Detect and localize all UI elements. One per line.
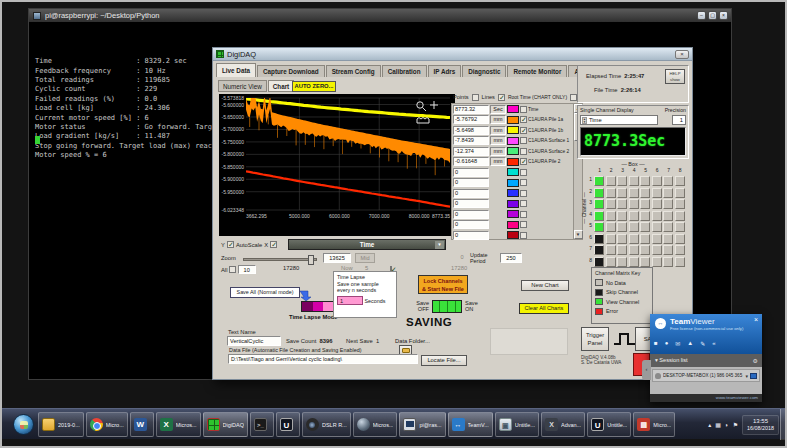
teamviewer-tool-icon[interactable]: ■ — [654, 340, 658, 347]
channel-visible-checkbox[interactable] — [520, 190, 527, 197]
box-cell[interactable] — [606, 257, 616, 267]
channel-color-swatch[interactable] — [507, 200, 519, 208]
show-desktop-button[interactable] — [780, 409, 785, 440]
autoscale-x-checkbox[interactable] — [270, 241, 277, 248]
close-icon[interactable]: × — [754, 316, 758, 323]
box-cell[interactable] — [652, 188, 662, 198]
tab[interactable]: Calibration — [382, 65, 427, 77]
minimize-icon[interactable]: – — [697, 11, 706, 20]
box-cell[interactable] — [640, 199, 650, 209]
box-cell[interactable] — [606, 188, 616, 198]
box-cell[interactable] — [675, 211, 685, 221]
box-cell[interactable] — [663, 188, 673, 198]
precision-input[interactable]: 1 — [672, 115, 686, 125]
taskbar-button[interactable]: ↔ TeamV... — [448, 412, 493, 437]
taskbar-button[interactable]: U — [276, 412, 300, 437]
channel-visible-checkbox[interactable] — [520, 179, 527, 186]
box-cell[interactable] — [629, 199, 639, 209]
taskbar-button[interactable]: X Advan... — [541, 412, 585, 437]
taskbar-button[interactable]: Micro... — [86, 412, 128, 437]
channel-visible-checkbox[interactable] — [520, 116, 527, 123]
taskbar-button[interactable]: DSLR R... — [302, 412, 351, 437]
taskbar-button[interactable]: Micros... — [353, 412, 398, 437]
tab[interactable]: Live Data — [216, 63, 256, 77]
locate-file-button[interactable]: Locate File... — [421, 355, 467, 366]
box-cell[interactable] — [594, 222, 604, 232]
box-cell[interactable] — [675, 245, 685, 255]
box-cell[interactable] — [652, 222, 662, 232]
box-cell[interactable] — [640, 222, 650, 232]
box-cell[interactable] — [629, 188, 639, 198]
channel-visible-checkbox[interactable] — [520, 137, 527, 144]
box-cell[interactable] — [640, 245, 650, 255]
taskbar-clock[interactable]: 13:55 16/08/2018 — [742, 415, 779, 435]
channel-visible-checkbox[interactable] — [520, 221, 527, 228]
zoom-slider-thumb[interactable] — [308, 255, 314, 265]
zoom-slider[interactable] — [243, 258, 317, 261]
channel-visible-checkbox[interactable] — [520, 169, 527, 176]
box-cell[interactable] — [629, 176, 639, 186]
update-period-input[interactable]: 250 — [500, 253, 522, 263]
teamviewer-tool-icon[interactable]: ✎ — [700, 340, 705, 347]
box-cell[interactable] — [606, 211, 616, 221]
box-cell[interactable] — [663, 211, 673, 221]
live-chart[interactable]: -5.573818-5.600000-5.650000-5.700000-5.7… — [219, 94, 455, 236]
channel-visible-checkbox[interactable] — [520, 211, 527, 218]
chart-canvas[interactable]: -5.573818-5.600000-5.650000-5.700000-5.7… — [219, 94, 455, 236]
box-cell[interactable] — [629, 245, 639, 255]
volume-icon[interactable]: ◗ — [725, 422, 729, 428]
channel-color-swatch[interactable] — [507, 137, 519, 145]
taskbar-button[interactable]: >_ — [250, 412, 274, 437]
box-cell[interactable] — [617, 188, 627, 198]
box-cell[interactable] — [652, 245, 662, 255]
box-cell[interactable] — [675, 222, 685, 232]
help-button[interactable]: HELP show — [665, 69, 685, 84]
box-cell[interactable] — [640, 257, 650, 267]
box-cell[interactable] — [617, 222, 627, 232]
box-cell[interactable] — [675, 199, 685, 209]
box-cell[interactable] — [594, 176, 604, 186]
gear-icon[interactable]: ⚙ — [753, 355, 758, 367]
points-checkbox[interactable] — [472, 94, 479, 101]
box-cell[interactable] — [640, 211, 650, 221]
box-cell[interactable] — [652, 176, 662, 186]
start-button[interactable] — [13, 414, 34, 435]
box-cell[interactable] — [606, 176, 616, 186]
maximize-icon[interactable]: ▢ — [708, 11, 717, 20]
chevron-down-icon[interactable]: ▾ — [745, 373, 748, 379]
channel-color-swatch[interactable] — [507, 210, 519, 218]
box-cell[interactable] — [663, 257, 673, 267]
channel-color-swatch[interactable] — [507, 221, 519, 229]
channel-color-swatch[interactable] — [507, 158, 519, 166]
box-cell[interactable] — [663, 176, 673, 186]
box-cell[interactable] — [675, 176, 685, 186]
lock-channels-button[interactable]: Lock Channels & Start New File — [418, 275, 468, 294]
taskbar-button[interactable]: U Untitle... — [587, 412, 631, 437]
teamviewer-tool-icon[interactable]: ✉ — [675, 340, 680, 347]
box-cell[interactable] — [629, 211, 639, 221]
box-cell[interactable] — [629, 222, 639, 232]
taskbar-button[interactable]: W — [130, 412, 154, 437]
teamviewer-collapse-handle[interactable]: ‹ — [642, 360, 651, 380]
box-cell[interactable] — [663, 245, 673, 255]
view-tab[interactable]: Chart — [268, 80, 294, 92]
mid-button[interactable]: Mid — [355, 253, 375, 263]
save-toggle[interactable] — [432, 300, 462, 313]
box-cell[interactable] — [675, 257, 685, 267]
all-value[interactable]: 10 — [238, 265, 256, 274]
channel-color-swatch[interactable] — [507, 105, 519, 113]
tab[interactable]: Remote Monitor — [507, 65, 567, 77]
box-cell[interactable] — [663, 222, 673, 232]
box-cell[interactable] — [606, 245, 616, 255]
teamviewer-link[interactable]: www.teamviewer.com — [650, 394, 762, 402]
network-icon[interactable]: ▦ — [715, 421, 721, 428]
all-checkbox[interactable] — [229, 266, 236, 273]
digidaq-titlebar[interactable]: DigiDAQ — [213, 48, 692, 61]
remote-monitor-icon[interactable] — [750, 373, 757, 379]
channel-visible-checkbox[interactable] — [520, 127, 527, 134]
terminal-titlebar[interactable]: pi@raspberrypi: ~/Desktop/Python — [29, 9, 731, 22]
box-cell[interactable] — [606, 199, 616, 209]
session-entry[interactable]: DESKTOP-METABOX (1) 986 045 365 ▾ — [652, 369, 760, 382]
single-channel-select[interactable]: ▲▼ Time — [580, 115, 658, 125]
box-cell[interactable] — [652, 211, 662, 221]
